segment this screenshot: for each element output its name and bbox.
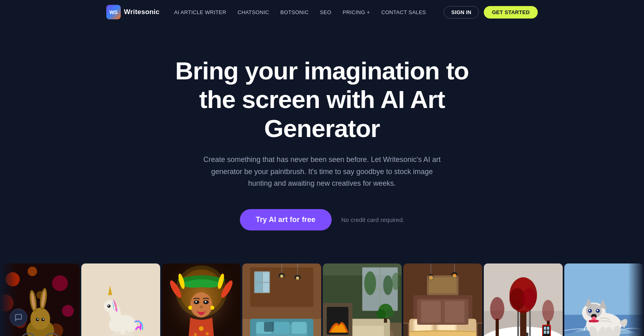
no-credit-text: No credit card required. xyxy=(341,216,405,223)
svg-rect-135 xyxy=(495,319,499,336)
svg-point-4 xyxy=(62,305,74,317)
svg-point-134 xyxy=(522,288,536,309)
try-ai-art-button[interactable]: Try AI art for free xyxy=(240,209,332,230)
nav-link-botsonic[interactable]: BOTSONIC xyxy=(281,9,309,15)
nav-links: AI ARTICLE WRITER CHATSONIC BOTSONIC SEO… xyxy=(174,9,426,15)
svg-point-138 xyxy=(542,300,554,322)
svg-point-51 xyxy=(194,333,197,336)
svg-point-83 xyxy=(383,275,393,295)
svg-rect-60 xyxy=(263,272,269,282)
svg-rect-127 xyxy=(529,307,531,336)
svg-rect-61 xyxy=(263,283,269,292)
svg-rect-59 xyxy=(255,283,262,292)
navbar: WS Writesonic AI ARTICLE WRITER CHATSONI… xyxy=(0,0,644,24)
svg-rect-73 xyxy=(274,322,289,334)
svg-rect-116 xyxy=(421,301,441,323)
svg-point-2 xyxy=(28,267,37,276)
logo[interactable]: WS Writesonic xyxy=(106,5,160,19)
svg-rect-74 xyxy=(291,322,306,334)
nav-link-contact-sales[interactable]: CONTACT SALES xyxy=(381,9,426,15)
svg-rect-70 xyxy=(250,320,256,336)
svg-point-136 xyxy=(490,297,504,321)
svg-point-159 xyxy=(589,310,590,311)
nav-link-ai-article-writer[interactable]: AI ARTICLE WRITER xyxy=(174,9,226,15)
gallery xyxy=(0,263,644,336)
svg-rect-28 xyxy=(130,332,134,336)
svg-point-3 xyxy=(52,275,68,291)
getstarted-button[interactable]: GET STARTED xyxy=(484,6,538,19)
svg-rect-144 xyxy=(547,331,549,334)
signin-button[interactable]: SIGN IN xyxy=(444,6,479,19)
chat-bubble-button[interactable] xyxy=(10,309,27,326)
nav-link-seo[interactable]: SEO xyxy=(320,9,331,15)
gallery-item-interior2[interactable] xyxy=(323,263,402,336)
gallery-item-dog[interactable] xyxy=(564,263,643,336)
svg-rect-143 xyxy=(544,331,546,334)
svg-rect-27 xyxy=(125,331,129,336)
hero-title: Bring your imagination to the screen wit… xyxy=(165,56,479,143)
svg-point-45 xyxy=(195,301,197,303)
svg-point-67 xyxy=(296,276,299,280)
gallery-item-interior1[interactable] xyxy=(242,263,321,336)
logo-name: Writesonic xyxy=(124,8,160,16)
svg-point-47 xyxy=(200,306,203,308)
svg-point-17 xyxy=(37,319,39,320)
nav-link-chatsonic[interactable]: CHATSONIC xyxy=(237,9,269,15)
gallery-item-unicorn[interactable] xyxy=(81,263,160,336)
gallery-wrapper xyxy=(0,263,644,336)
hero-cta: Try AI art for free No credit card requi… xyxy=(240,209,405,230)
svg-rect-71 xyxy=(308,320,314,336)
svg-point-64 xyxy=(280,274,283,278)
svg-point-84 xyxy=(392,272,400,290)
gallery-item-rabbit[interactable] xyxy=(1,263,80,336)
gallery-item-goddess[interactable] xyxy=(162,263,241,336)
svg-point-160 xyxy=(597,310,598,311)
svg-rect-76 xyxy=(264,322,274,332)
gallery-item-bedroom[interactable] xyxy=(403,263,482,336)
svg-rect-25 xyxy=(112,331,116,336)
svg-point-96 xyxy=(386,309,394,317)
svg-point-146 xyxy=(526,332,528,335)
svg-rect-114 xyxy=(477,324,482,336)
svg-point-1 xyxy=(6,272,20,286)
hero-section: Bring your imagination to the screen wit… xyxy=(0,24,644,255)
svg-rect-26 xyxy=(117,332,121,336)
svg-rect-141 xyxy=(544,327,546,330)
svg-point-49 xyxy=(211,306,215,310)
svg-point-33 xyxy=(108,305,109,306)
svg-point-46 xyxy=(205,301,206,303)
hero-subtitle: Create something that has never been see… xyxy=(201,154,443,190)
svg-rect-130 xyxy=(520,311,526,336)
logo-icon: WS xyxy=(106,5,121,19)
svg-rect-117 xyxy=(445,301,464,323)
svg-rect-58 xyxy=(255,272,262,282)
svg-point-48 xyxy=(188,306,192,310)
svg-point-82 xyxy=(364,272,376,295)
svg-point-52 xyxy=(206,332,209,335)
svg-rect-165 xyxy=(589,320,599,322)
nav-actions: SIGN IN GET STARTED xyxy=(444,6,538,19)
nav-link-pricing[interactable]: PRICING + xyxy=(343,9,370,15)
svg-rect-142 xyxy=(547,327,549,330)
svg-rect-113 xyxy=(403,324,408,336)
svg-point-50 xyxy=(199,326,204,331)
svg-point-95 xyxy=(376,309,386,319)
gallery-item-trees[interactable] xyxy=(484,263,563,336)
svg-point-18 xyxy=(43,319,44,320)
svg-rect-119 xyxy=(429,277,457,293)
